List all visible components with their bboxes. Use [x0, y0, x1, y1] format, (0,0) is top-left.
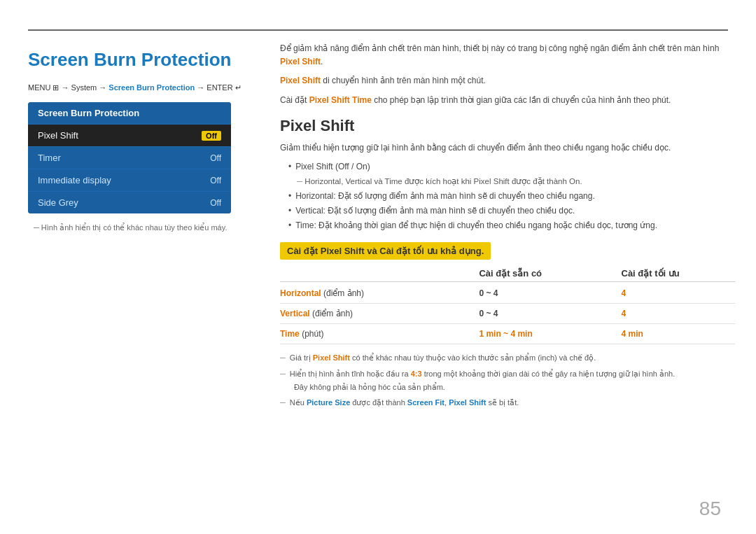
- bullet3-v: Vertical: [295, 206, 323, 216]
- table-col2-header: Cài đặt tối ưu: [622, 268, 736, 279]
- page-title: Screen Burn Protection: [28, 49, 252, 71]
- bullet-1: • Pixel Shift (Off / On): [288, 160, 735, 174]
- intro1-pre: Để giảm khả năng điểm ảnh chết trên màn …: [280, 43, 719, 53]
- menu-item-value: Off: [202, 131, 221, 141]
- menu-item-label: Immediate display: [38, 175, 111, 185]
- menu-path-arrow1: → System →: [62, 83, 109, 92]
- menu-path-prefix: MENU: [28, 83, 52, 92]
- bullet-3: • Vertical: Đặt số lượng điểm ảnh mà màn…: [288, 204, 735, 218]
- row-label-time: Time (phút): [280, 329, 479, 339]
- menu-box-header: Screen Burn Protection: [28, 102, 231, 124]
- menu-item-value: Off: [210, 153, 221, 163]
- footer-note-1: ─ Giá trị Pixel Shift có thể khác nhau t…: [280, 351, 735, 365]
- section-intro: Giảm thiểu hiện tượng giữ lại hình ảnh b…: [280, 141, 735, 155]
- intro-paragraph-2: Pixel Shift di chuyển hình ảnh trên màn …: [280, 74, 735, 87]
- section-title: Pixel Shift: [280, 117, 735, 135]
- enter-icon: ↵: [235, 83, 241, 92]
- intro1-end: .: [321, 57, 323, 66]
- menu-icon: ⊞: [52, 83, 59, 92]
- menu-path: MENU ⊞ → System → Screen Burn Protection…: [28, 83, 252, 92]
- highlight-box: Cài đặt Pixel Shift và Cài đặt tối ưu kh…: [280, 242, 491, 260]
- table-row-horizontal: Horizontal (điểm ảnh) 0 ~ 4 4: [280, 283, 735, 304]
- row-val1-time: 1 min ~ 4 min: [479, 329, 621, 339]
- menu-path-arrow2: → ENTER: [197, 83, 234, 92]
- left-note: Hình ảnh hiển thị có thể khác nhau tùy t…: [28, 223, 252, 232]
- row-label-vertical: Vertical (điểm ảnh): [280, 309, 479, 318]
- menu-item-value: Off: [210, 176, 221, 185]
- menu-item-label: Pixel Shift: [38, 130, 78, 141]
- right-column: Để giảm khả năng điểm ảnh chết trên màn …: [280, 42, 735, 412]
- intro-paragraph-1: Để giảm khả năng điểm ảnh chết trên màn …: [280, 42, 735, 69]
- pixel-shift-table: Cài đặt sẵn có Cài đặt tối ưu Horizontal…: [280, 268, 735, 344]
- page-number: 85: [699, 498, 721, 520]
- intro1-highlight: Pixel Shift: [280, 57, 321, 66]
- menu-item-label: Side Grey: [38, 197, 78, 208]
- intro2-highlight: Pixel Shift: [280, 76, 321, 85]
- menu-item-value: Off: [210, 198, 221, 208]
- menu-box: Screen Burn Protection Pixel Shift Off T…: [28, 102, 231, 213]
- intro3-pre: Cài đặt: [280, 95, 309, 105]
- sub-bullet-1: Horizontal, Vertical và Time được kích h…: [297, 175, 735, 188]
- footer-note-2: ─ Hiển thị hình ảnh tĩnh hoặc đầu ra 4:3…: [280, 367, 735, 393]
- menu-item-pixel-shift[interactable]: Pixel Shift Off: [28, 124, 231, 146]
- bullet4-t: Time: [295, 220, 314, 230]
- menu-item-side-grey[interactable]: Side Grey Off: [28, 191, 231, 213]
- left-column: Screen Burn Protection MENU ⊞ → System →…: [28, 42, 252, 232]
- bullet-2: • Horizontal: Đặt số lượng điểm ảnh mà m…: [288, 190, 735, 203]
- table-col1-header: Cài đặt sẵn có: [479, 268, 621, 279]
- intro-paragraph-3: Cài đặt Pixel Shift Time cho phép bạn lậ…: [280, 94, 735, 107]
- intro2-rest: di chuyển hình ảnh trên màn hình một chú…: [321, 76, 486, 85]
- bullet1-highlight: Pixel Shift (Off / On): [295, 162, 370, 171]
- table-row-vertical: Vertical (điểm ảnh) 0 ~ 4 4: [280, 304, 735, 324]
- menu-item-immediate-display[interactable]: Immediate display Off: [28, 169, 231, 191]
- intro3-highlight: Pixel Shift Time: [309, 95, 372, 105]
- row-val1-horizontal: 0 ~ 4: [479, 288, 621, 298]
- row-val2-time: 4 min: [622, 329, 736, 339]
- row-val1-vertical: 0 ~ 4: [479, 309, 621, 318]
- row-val2-horizontal: 4: [622, 288, 736, 298]
- intro3-rest: cho phép bạn lập trình thời gian giữa cá…: [372, 95, 671, 105]
- footer-note-3: ─ Nếu Picture Size được đặt thành Screen…: [280, 396, 735, 409]
- row-label-horizontal: Horizontal (điểm ảnh): [280, 288, 479, 298]
- bullet-4: • Time: Đặt khoảng thời gian để thực hiệ…: [288, 219, 735, 232]
- table-header-row: Cài đặt sẵn có Cài đặt tối ưu: [280, 268, 735, 282]
- table-row-time: Time (phút) 1 min ~ 4 min 4 min: [280, 324, 735, 344]
- bullet2-h: Horizontal: [295, 191, 333, 201]
- footer-notes: ─ Giá trị Pixel Shift có thể khác nhau t…: [280, 351, 735, 409]
- table-col-label-empty: [280, 268, 479, 279]
- menu-item-label: Timer: [38, 153, 61, 163]
- top-line: [28, 29, 728, 31]
- menu-item-timer[interactable]: Timer Off: [28, 146, 231, 169]
- row-val2-vertical: 4: [622, 309, 736, 318]
- menu-path-highlight: Screen Burn Protection: [108, 83, 195, 92]
